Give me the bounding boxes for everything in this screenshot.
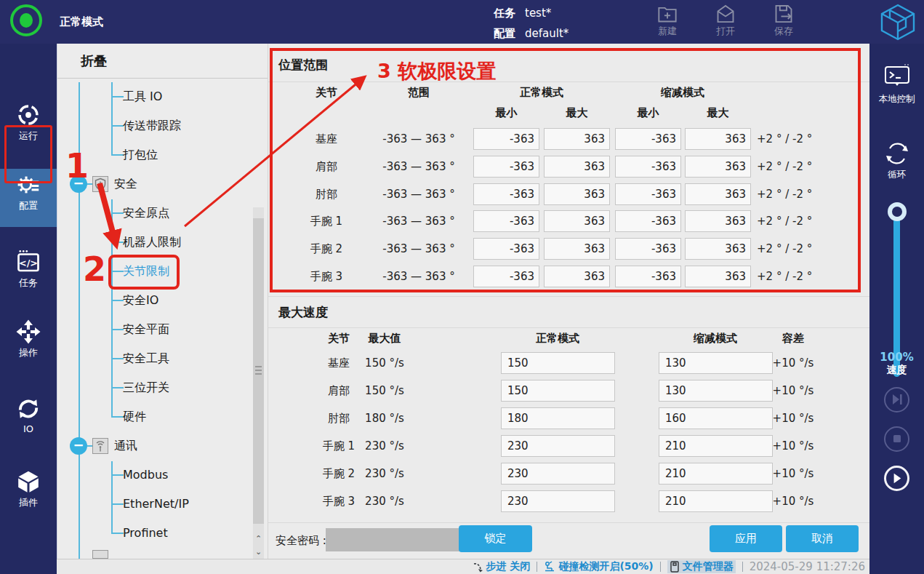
tree-branch-line	[111, 154, 124, 156]
reduced-speed-input[interactable]	[659, 463, 773, 485]
joint-name: 手腕 3	[297, 270, 355, 284]
tree-item-安全IO[interactable]: 安全IO	[57, 286, 252, 315]
tree-item-label: Modbus	[123, 461, 168, 490]
normal-max-input[interactable]	[544, 156, 610, 178]
reduced-max-input[interactable]	[685, 210, 751, 232]
joint-range: -363 — 363 °	[375, 132, 462, 146]
normal-max-input[interactable]	[544, 266, 610, 287]
new-button[interactable]: 新建	[646, 4, 689, 38]
normal-min-input[interactable]	[473, 183, 539, 205]
normal-max-input[interactable]	[544, 238, 610, 260]
normal-max-input[interactable]	[544, 183, 610, 205]
sidebar-item-operate[interactable]: 操作	[0, 316, 57, 374]
tree-scroll-up-button[interactable]: ⌃	[253, 533, 264, 545]
tree-scrollbar[interactable]	[253, 207, 264, 559]
loop-icon[interactable]	[883, 140, 911, 167]
normal-min-input[interactable]	[473, 156, 539, 178]
tree-collapse-toggle[interactable]: −	[70, 175, 87, 193]
new-file-icon	[657, 4, 678, 23]
open-button-label: 打开	[704, 25, 747, 38]
reduced-speed-input[interactable]	[659, 380, 773, 402]
reduced-min-input[interactable]	[615, 210, 681, 232]
sidebar-item-io[interactable]: IO	[0, 393, 57, 451]
joint-name: 肩部	[297, 160, 355, 174]
normal-speed-input[interactable]	[501, 407, 615, 429]
reduced-speed-input[interactable]	[659, 407, 773, 429]
normal-speed-input[interactable]	[501, 380, 615, 402]
speed-slider-thumb[interactable]	[888, 202, 907, 221]
tree-item-通讯[interactable]: − 通讯	[57, 431, 252, 461]
reduced-max-input[interactable]	[685, 266, 751, 287]
tree-item-关节限制[interactable]: 关节限制	[57, 257, 252, 286]
step-forward-button[interactable]	[884, 387, 909, 412]
normal-speed-input[interactable]	[501, 435, 615, 457]
tree-item-安全[interactable]: − 安全	[57, 170, 252, 199]
sidebar-item-plugin[interactable]: 插件	[0, 466, 57, 524]
reduced-max-input[interactable]	[685, 183, 751, 205]
normal-min-input[interactable]	[473, 128, 539, 150]
reduced-speed-input[interactable]	[659, 352, 773, 374]
stop-button[interactable]	[884, 426, 909, 452]
normal-min-input[interactable]	[473, 238, 539, 260]
tree-item-安全工具[interactable]: 安全工具	[57, 344, 252, 373]
tree-scroll-down-button[interactable]: ⌄	[253, 546, 264, 558]
reduced-min-input[interactable]	[615, 156, 681, 178]
reduced-max-input[interactable]	[685, 156, 751, 178]
tree-item-传送带跟踪[interactable]: 传送带跟踪	[57, 111, 252, 140]
normal-max-input[interactable]	[544, 128, 610, 150]
tree-scrollbar-thumb[interactable]	[253, 218, 264, 524]
tree-item-label: 安全工具	[123, 344, 169, 373]
reduced-max-input[interactable]	[685, 128, 751, 150]
io-icon	[15, 396, 41, 422]
tree-item-硬件[interactable]: 硬件	[57, 402, 252, 431]
tree-item-label: 关节限制	[123, 257, 169, 286]
step-mode-status[interactable]: 步进 关闭	[473, 560, 531, 573]
sidebar-item-label: 操作	[0, 346, 57, 359]
reduced-max-input[interactable]	[685, 238, 751, 260]
reduced-min-input[interactable]	[615, 238, 681, 260]
lock-button[interactable]: 锁定	[459, 525, 532, 552]
reduced-min-input[interactable]	[615, 266, 681, 287]
normal-max-input[interactable]	[544, 210, 610, 232]
joint-range: -363 — 363 °	[375, 215, 462, 228]
speed-row-手腕 1: 手腕 1 230 °/s +10 °/s	[268, 432, 870, 460]
tree-item-三位开关[interactable]: 三位开关	[57, 373, 252, 402]
reduced-min-input[interactable]	[615, 183, 681, 205]
reduced-min-input[interactable]	[615, 128, 681, 150]
local-control-icon[interactable]	[884, 63, 910, 89]
normal-speed-input[interactable]	[501, 463, 615, 485]
task-label: 任务	[494, 7, 515, 20]
sidebar-item-run[interactable]: 运行	[0, 99, 57, 157]
sidebar-item-task[interactable]: </>任务	[0, 246, 57, 304]
tree-item-Profinet[interactable]: Profinet	[57, 519, 252, 548]
tolerance-value: +2 ° / -2 °	[757, 242, 851, 255]
normal-min-input[interactable]	[473, 266, 539, 287]
tree-item-机器人限制[interactable]: 机器人限制	[57, 228, 252, 257]
status-divider	[537, 562, 537, 572]
tree-item-打包位[interactable]: 打包位	[57, 140, 252, 170]
sidebar-item-config[interactable]: 配置	[0, 169, 57, 227]
collision-detect-status[interactable]: 碰撞检测开启(50%)	[544, 560, 653, 573]
reduced-speed-input[interactable]	[659, 490, 773, 512]
file-manager-button[interactable]: 文件管理器	[667, 560, 736, 573]
tree-item-Modbus[interactable]: Modbus	[57, 461, 252, 490]
safety-password-input[interactable]	[326, 528, 460, 551]
tree-item-EtherNet/IP[interactable]: EtherNet/IP	[57, 490, 252, 519]
normal-min-input[interactable]	[473, 210, 539, 232]
tree-item-工具 IO[interactable]: 工具 IO	[57, 82, 252, 111]
normal-speed-input[interactable]	[501, 352, 615, 374]
open-button[interactable]: 打开	[704, 4, 747, 38]
apply-button[interactable]: 应用	[710, 525, 782, 552]
tree-item-安全原点[interactable]: 安全原点	[57, 199, 252, 228]
cancel-button[interactable]: 取消	[786, 525, 859, 552]
tree-item-label: 打包位	[123, 140, 158, 170]
config-name: default*	[525, 25, 569, 42]
reduced-speed-input[interactable]	[659, 435, 773, 457]
save-button[interactable]: 保存	[762, 4, 806, 38]
loop-label: 循环	[869, 169, 924, 181]
tree-collapse-toggle[interactable]: −	[70, 437, 87, 455]
tree-item-安全平面[interactable]: 安全平面	[57, 315, 252, 344]
play-button[interactable]	[884, 466, 909, 491]
normal-speed-input[interactable]	[501, 490, 615, 512]
tree-header-collapse[interactable]: 折叠	[57, 44, 268, 79]
